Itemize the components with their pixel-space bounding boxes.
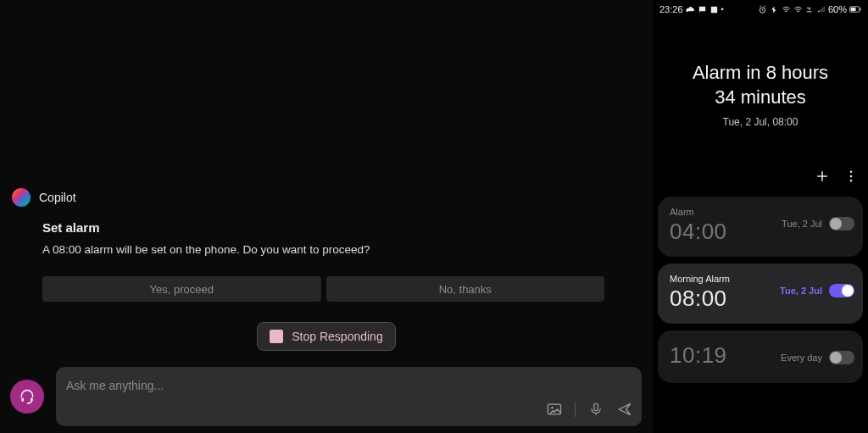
- alarm-time: 04:00: [670, 219, 851, 245]
- svg-rect-6: [851, 8, 856, 11]
- svg-rect-2: [594, 403, 598, 410]
- svg-point-8: [850, 170, 853, 173]
- alarm-card[interactable]: Morning Alarm 08:00 Tue, 2 Jul: [658, 264, 863, 324]
- svg-point-1: [551, 407, 554, 409]
- image-icon: [546, 401, 563, 418]
- alarm-time: 08:00: [670, 286, 851, 312]
- alarm-toggle[interactable]: [829, 351, 854, 364]
- alarm-day: Tue, 2 Jul: [782, 219, 822, 229]
- copilot-label: Copilot: [39, 191, 76, 204]
- divider: [575, 402, 576, 417]
- send-icon: [616, 401, 633, 418]
- battery-text: 60%: [828, 4, 847, 14]
- alarm-label: Alarm: [670, 207, 851, 217]
- more-vert-icon: [843, 169, 859, 184]
- image-attach-button[interactable]: [546, 401, 563, 418]
- more-menu-button[interactable]: [843, 168, 860, 185]
- alarm-card[interactable]: 10:19 Every day: [658, 330, 863, 383]
- hero-sub: Tue, 2 Jul, 08:00: [653, 116, 868, 128]
- alarm-day: Every day: [781, 353, 822, 363]
- stop-label: Stop Responding: [292, 330, 382, 343]
- chat-input[interactable]: Ask me anything...: [56, 367, 642, 426]
- alarm-label: Morning Alarm: [670, 274, 851, 284]
- microphone-button[interactable]: [587, 401, 604, 418]
- add-alarm-button[interactable]: [814, 168, 831, 185]
- status-dot: •: [721, 5, 724, 14]
- card-text: A 08:00 alarm will be set on the phone. …: [42, 243, 604, 256]
- headset-icon: [19, 388, 36, 405]
- hero-line1: Alarm in 8 hours: [693, 62, 828, 83]
- copilot-pane: Copilot Set alarm A 08:00 alarm will be …: [0, 0, 653, 433]
- wifi2-icon: [793, 5, 803, 14]
- copilot-header: Copilot: [12, 188, 76, 207]
- status-bar: 23:26 • 60%: [653, 2, 868, 17]
- chat-icon: [698, 5, 707, 14]
- yes-proceed-button[interactable]: Yes, proceed: [42, 276, 321, 302]
- svg-point-10: [850, 180, 853, 182]
- wifi-icon: [782, 5, 791, 14]
- set-alarm-card: Set alarm A 08:00 alarm will be set on t…: [42, 220, 604, 302]
- stop-icon: [270, 330, 283, 343]
- svg-point-9: [850, 175, 853, 178]
- alarm-card[interactable]: Alarm 04:00 Tue, 2 Jul: [658, 197, 863, 257]
- vibrate-icon: [770, 5, 779, 14]
- copilot-logo-icon: [12, 188, 31, 207]
- microphone-icon: [588, 402, 604, 417]
- gallery-icon: [709, 5, 719, 14]
- no-thanks-button[interactable]: No, thanks: [326, 276, 605, 302]
- battery-icon: [849, 5, 861, 14]
- alarm-time: 10:19: [670, 342, 851, 369]
- alarm-day: Tue, 2 Jul: [780, 286, 822, 296]
- alarm-toggle[interactable]: [829, 217, 854, 230]
- send-button[interactable]: [616, 401, 633, 418]
- svg-rect-7: [860, 8, 860, 10]
- headset-button[interactable]: [10, 380, 44, 414]
- alarm-hero: Alarm in 8 hours 34 minutes Tue, 2 Jul, …: [653, 61, 868, 128]
- stop-responding-button[interactable]: Stop Responding: [257, 322, 395, 351]
- alarm-status-icon: [758, 5, 767, 14]
- phone-pane: 23:26 • 60% Alarm in 8 hours 34 minutes: [653, 0, 868, 433]
- alarm-list: Alarm 04:00 Tue, 2 Jul Morning Alarm 08:…: [658, 197, 863, 383]
- input-placeholder: Ask me anything...: [66, 379, 164, 392]
- svg-rect-3: [710, 6, 716, 12]
- cloud-icon: [686, 5, 695, 14]
- card-title: Set alarm: [42, 220, 604, 235]
- status-time: 23:26: [659, 4, 683, 14]
- volte-icon: [805, 5, 815, 14]
- hero-line2: 34 minutes: [715, 86, 806, 108]
- signal-icon: [817, 5, 826, 14]
- plus-icon: [814, 168, 831, 185]
- alarm-toggle[interactable]: [829, 284, 854, 297]
